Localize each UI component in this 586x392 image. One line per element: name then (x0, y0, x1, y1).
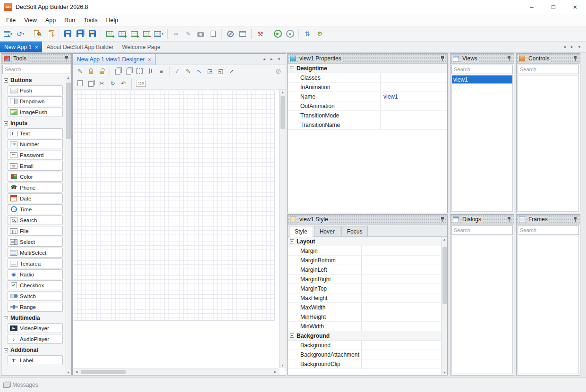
tool-item-radio[interactable]: ◉Radio (8, 269, 63, 279)
paste-icon[interactable] (75, 79, 85, 88)
designer-tabs-scroll-left-icon[interactable]: ◄ (262, 57, 266, 61)
style-value[interactable] (362, 359, 441, 368)
collapse-icon[interactable] (4, 316, 8, 320)
collapse-icon[interactable] (290, 334, 294, 338)
tool-item-videoplayer[interactable]: ▶VideoPlayer (8, 323, 63, 333)
tool-item-audioplayer[interactable]: ♪AudioPlayer (8, 334, 63, 344)
style-value[interactable] (362, 284, 441, 293)
tool-item-multiselect[interactable]: MultiSelect (8, 248, 63, 258)
pin-icon[interactable] (573, 217, 578, 222)
tool-item-file[interactable]: File (8, 226, 63, 236)
tab-welcome[interactable]: Welcome Page (118, 42, 165, 52)
designer-tabs-menu-icon[interactable]: ▼ (277, 57, 281, 61)
style-value[interactable] (362, 275, 441, 284)
bring-to-front-icon[interactable] (113, 67, 123, 76)
views-menu-button[interactable]: ▾ (153, 28, 164, 40)
layout-options-button[interactable] (237, 28, 248, 40)
property-row[interactable]: Nameview1 (288, 92, 447, 101)
style-row[interactable]: Margin (288, 246, 441, 256)
style-value[interactable] (362, 341, 441, 350)
style-row[interactable]: Background (288, 341, 441, 350)
style-value[interactable] (362, 350, 441, 359)
rotate-icon[interactable]: ↻ (108, 79, 118, 88)
style-row[interactable]: MaxHeight (288, 293, 441, 303)
environment-options-button[interactable]: ⚒ (255, 28, 266, 40)
scrollbar-thumb[interactable] (81, 370, 126, 374)
screenshot-button[interactable] (195, 28, 206, 40)
draw-tool-icon[interactable]: ✎ (75, 67, 85, 76)
style-row[interactable]: MinWidth (288, 322, 441, 331)
minimize-button[interactable]: – (521, 0, 543, 14)
lock-icon[interactable] (86, 67, 96, 76)
style-row[interactable]: MaxWidth (288, 303, 441, 312)
pin-icon[interactable] (440, 56, 445, 61)
style-value[interactable] (362, 312, 441, 321)
design-canvas[interactable] (73, 90, 279, 368)
menu-app[interactable]: App (41, 15, 60, 25)
tools-search-input[interactable] (3, 65, 70, 74)
property-value[interactable] (381, 83, 447, 92)
save-all-button[interactable] (74, 28, 85, 40)
tool-item-text[interactable]: IText (8, 128, 63, 138)
tools-scrollbar[interactable]: ▲ ▼ (65, 75, 71, 375)
style-row[interactable]: BackgroundClip (288, 359, 441, 369)
notes-button[interactable] (207, 28, 219, 40)
collapse-icon[interactable] (4, 78, 8, 83)
property-value[interactable] (381, 111, 447, 120)
designer-tabs-scroll-right-icon[interactable]: ► (270, 57, 273, 61)
check-updates-button[interactable]: ⇅ (302, 28, 313, 40)
copy-icon[interactable] (86, 79, 96, 88)
rename-button[interactable]: ✎ (183, 28, 194, 40)
send-to-back-icon[interactable] (124, 67, 134, 76)
menu-help[interactable]: Help (102, 15, 122, 25)
tool-item-switch[interactable]: Switch (8, 291, 63, 301)
search-in-files-button[interactable] (32, 28, 43, 40)
tab-style[interactable]: Style (289, 226, 313, 237)
remove-view-button[interactable] (141, 28, 152, 40)
new-dialog-button[interactable] (116, 28, 127, 40)
tool-item-time[interactable]: Time (8, 204, 63, 214)
messages-label[interactable]: Messages (12, 382, 38, 388)
property-row[interactable]: TransitionName (288, 120, 447, 130)
tab-close-icon[interactable]: × (35, 44, 38, 50)
align-center-icon[interactable]: ≡ (156, 67, 166, 76)
pin-icon[interactable] (64, 56, 69, 61)
tool-item-phone[interactable]: ☎Phone (8, 183, 63, 192)
tool-item-color[interactable]: Color (8, 172, 63, 182)
property-row[interactable]: InAnimation (288, 83, 447, 92)
views-search-input[interactable] (452, 65, 512, 74)
new-view-button[interactable] (104, 28, 115, 40)
pointer-icon[interactable]: ↖ (194, 67, 204, 76)
style-value[interactable] (362, 265, 441, 274)
tabs-scroll-right-icon[interactable]: ► (570, 45, 574, 49)
view-design-surface[interactable] (74, 91, 275, 321)
run-app-button[interactable]: ▶ (272, 28, 283, 40)
tool-item-search[interactable]: Search (8, 215, 63, 225)
scrollbar-thumb[interactable] (280, 96, 285, 129)
tool-item-email[interactable]: @Email (8, 161, 63, 171)
property-value[interactable] (381, 73, 447, 82)
property-value[interactable]: view1 (381, 92, 447, 101)
new-frame-button[interactable] (128, 28, 140, 40)
style-row[interactable]: MinHeight (288, 312, 441, 322)
cut-icon[interactable]: ✂ (97, 79, 107, 88)
designer-hscrollbar[interactable]: ◄ ► (73, 368, 279, 375)
style-row[interactable]: BackgroundAttachment (288, 350, 441, 359)
tool-section-additional[interactable]: Additional (1, 345, 65, 354)
tab-new-app-1[interactable]: New App 1× (0, 42, 42, 52)
unlock-icon[interactable] (97, 67, 107, 76)
tool-item-label[interactable]: TLabel (8, 355, 63, 365)
style-row[interactable]: MarginRight (288, 275, 441, 284)
line-tool-icon[interactable]: ∕ (172, 67, 182, 76)
style-scrollbar[interactable]: ▲ ▼ (441, 237, 447, 375)
tool-item-select[interactable]: Select (8, 237, 63, 247)
scroll-down-icon[interactable]: ▼ (443, 371, 446, 374)
run-options-button[interactable]: ● (284, 28, 296, 40)
scroll-down-icon[interactable]: ▼ (67, 371, 70, 374)
scrollbar-thumb[interactable] (66, 83, 71, 139)
style-row[interactable]: MarginTop (288, 284, 441, 293)
pin-icon[interactable] (507, 217, 511, 222)
pin-icon[interactable] (573, 56, 578, 61)
menu-file[interactable]: File (2, 15, 20, 25)
save-as-button[interactable] (86, 28, 98, 40)
